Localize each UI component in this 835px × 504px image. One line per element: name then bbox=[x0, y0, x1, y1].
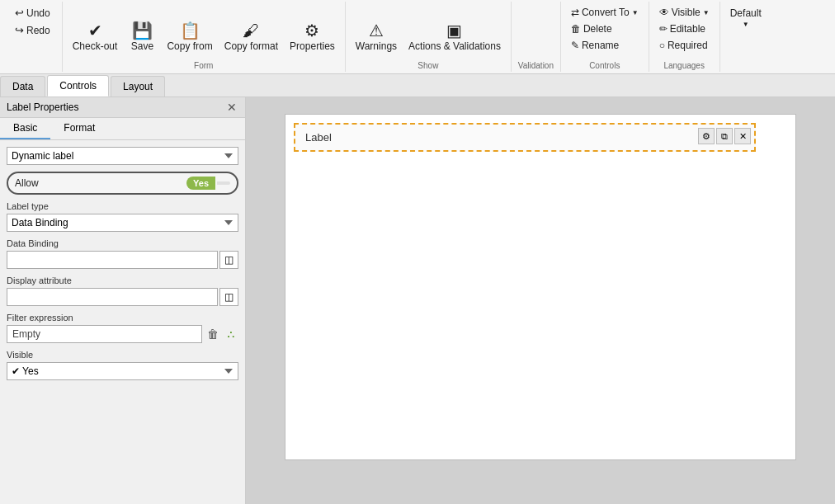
undo-button[interactable]: ↩ Undo bbox=[10, 5, 55, 21]
controls-group: ⇄ Convert To ▼ 🗑 Delete ✎ Rename Control… bbox=[561, 2, 649, 72]
default-button[interactable]: Default ▼ bbox=[725, 5, 767, 31]
properties-button[interactable]: ⚙ Properties bbox=[285, 20, 340, 54]
label-type-select[interactable]: Data Binding bbox=[7, 214, 238, 232]
label-controls: ⚙ ⧉ ✕ bbox=[698, 128, 751, 144]
display-attribute-label: Display attribute bbox=[7, 276, 238, 285]
required-icon: ○ bbox=[659, 40, 665, 51]
default-arrow-icon: ▼ bbox=[743, 21, 749, 28]
convert-icon: ⇄ bbox=[571, 7, 579, 18]
filter-expression-field: Filter expression Empty 🗑 ⛬ bbox=[7, 313, 238, 343]
main-tab-bar: Data Controls Layout bbox=[0, 74, 835, 97]
visible-label: Visible bbox=[7, 350, 238, 360]
delete-button[interactable]: 🗑 Delete bbox=[566, 21, 644, 36]
editable-icon: ✏ bbox=[659, 23, 668, 35]
visible-icon: 👁 bbox=[659, 7, 669, 18]
show-group-label: Show bbox=[346, 61, 511, 70]
panel-content: Dynamic label Allow Yes Label type Data … bbox=[0, 140, 245, 504]
canvas-label-text: Label bbox=[305, 131, 332, 144]
warnings-icon: ⚠ bbox=[369, 22, 384, 39]
panel-tabs: Basic Format bbox=[0, 118, 245, 140]
languages-group: 👁 Visible ▼ ✏ Editable ○ Required Langua… bbox=[649, 2, 720, 72]
copy-format-button[interactable]: 🖌 Copy format bbox=[219, 20, 283, 54]
copy-from-button[interactable]: 📋 Copy from bbox=[162, 20, 217, 54]
display-attribute-browse-button[interactable]: ◫ bbox=[219, 288, 238, 306]
undo-icon: ↩ bbox=[15, 7, 24, 19]
form-buttons: ✔ Check-out 💾 Save 📋 Copy from 🖌 Copy fo… bbox=[68, 5, 340, 68]
label-copy-button[interactable]: ⧉ bbox=[716, 128, 733, 144]
controls-col: ⇄ Convert To ▼ 🗑 Delete ✎ Rename bbox=[566, 5, 644, 53]
filter-delete-button[interactable]: 🗑 bbox=[205, 326, 220, 342]
redo-icon: ↪ bbox=[15, 24, 24, 36]
visible-select[interactable]: ✔ Yes No bbox=[7, 362, 238, 380]
display-attribute-field: Display attribute ◫ bbox=[7, 276, 238, 306]
toolbar: ↩ Undo ↪ Redo ✔ Check-out 💾 Save 📋 Copy … bbox=[0, 0, 835, 74]
allow-no-option[interactable] bbox=[217, 181, 230, 185]
data-binding-field: Data Binding ◫ bbox=[7, 238, 238, 269]
panel-header: Label Properties ✕ bbox=[0, 97, 245, 118]
default-group: Default ▼ bbox=[720, 2, 771, 72]
data-binding-input[interactable] bbox=[7, 251, 218, 269]
canvas-area: Label ⚙ ⧉ ✕ bbox=[246, 97, 835, 504]
visible-button[interactable]: 👁 Visible ▼ bbox=[654, 5, 715, 20]
filter-expression-label: Filter expression bbox=[7, 313, 238, 323]
checkout-button[interactable]: ✔ Check-out bbox=[68, 20, 123, 54]
rename-icon: ✎ bbox=[571, 40, 579, 51]
editable-button[interactable]: ✏ Editable bbox=[654, 21, 715, 36]
canvas-paper: Label ⚙ ⧉ ✕ bbox=[285, 114, 796, 460]
controls-group-label: Controls bbox=[561, 61, 649, 70]
filter-empty-display: Empty bbox=[7, 325, 202, 343]
dynamic-label-field: Dynamic label bbox=[7, 147, 238, 165]
label-type-label: Label type bbox=[7, 201, 238, 211]
actions-validations-button[interactable]: ▣ Actions & Validations bbox=[403, 20, 506, 54]
label-delete-button[interactable]: ✕ bbox=[734, 128, 751, 144]
allow-label: Allow bbox=[15, 177, 39, 189]
show-buttons: ⚠ Warnings ▣ Actions & Validations bbox=[351, 5, 506, 68]
copy-format-icon: 🖌 bbox=[243, 22, 259, 39]
required-button[interactable]: ○ Required bbox=[654, 38, 715, 53]
undo-redo-group: ↩ Undo ↪ Redo bbox=[3, 2, 63, 72]
label-type-field: Label type Data Binding bbox=[7, 201, 238, 232]
form-group-label: Form bbox=[63, 61, 345, 70]
main-layout: Label Properties ✕ Basic Format Dynamic … bbox=[0, 97, 835, 504]
delete-icon: 🗑 bbox=[571, 23, 581, 35]
rename-button[interactable]: ✎ Rename bbox=[566, 38, 644, 53]
visible-field: Visible ✔ Yes No bbox=[7, 350, 238, 380]
allow-toggle[interactable]: Yes bbox=[186, 177, 230, 190]
allow-yes-option[interactable]: Yes bbox=[186, 177, 215, 190]
redo-button[interactable]: ↪ Redo bbox=[10, 22, 55, 38]
allow-row: Allow Yes bbox=[7, 172, 238, 195]
dynamic-label-select[interactable]: Dynamic label bbox=[7, 147, 238, 165]
panel-tab-format[interactable]: Format bbox=[50, 118, 108, 139]
validation-group-label: Validation bbox=[512, 61, 560, 70]
panel-close-button[interactable]: ✕ bbox=[225, 101, 238, 114]
convert-to-button[interactable]: ⇄ Convert To ▼ bbox=[566, 5, 644, 20]
tab-data[interactable]: Data bbox=[0, 76, 45, 97]
save-button[interactable]: 💾 Save bbox=[124, 20, 160, 54]
show-group: ⚠ Warnings ▣ Actions & Validations Show bbox=[346, 2, 512, 72]
filter-expression-row: Empty 🗑 ⛬ bbox=[7, 325, 238, 343]
save-icon: 💾 bbox=[132, 22, 153, 39]
panel-tab-basic[interactable]: Basic bbox=[0, 118, 50, 139]
data-binding-input-row: ◫ bbox=[7, 251, 238, 269]
left-panel: Label Properties ✕ Basic Format Dynamic … bbox=[0, 97, 246, 504]
display-attribute-input[interactable] bbox=[7, 288, 218, 306]
convert-arrow-icon: ▼ bbox=[632, 9, 639, 16]
panel-title: Label Properties bbox=[7, 101, 78, 113]
visible-arrow-icon: ▼ bbox=[703, 9, 710, 16]
validation-group: Validation bbox=[512, 2, 561, 72]
data-binding-browse-button[interactable]: ◫ bbox=[219, 251, 238, 269]
copy-from-icon: 📋 bbox=[180, 22, 200, 39]
display-attribute-input-row: ◫ bbox=[7, 288, 238, 306]
actions-validations-icon: ▣ bbox=[446, 22, 462, 39]
languages-col: 👁 Visible ▼ ✏ Editable ○ Required bbox=[654, 5, 715, 53]
form-group: ✔ Check-out 💾 Save 📋 Copy from 🖌 Copy fo… bbox=[63, 2, 346, 72]
data-binding-label: Data Binding bbox=[7, 238, 238, 248]
label-settings-button[interactable]: ⚙ bbox=[698, 128, 715, 144]
tab-controls[interactable]: Controls bbox=[47, 75, 109, 97]
tab-layout[interactable]: Layout bbox=[111, 76, 165, 97]
filter-funnel-button[interactable]: ⛬ bbox=[224, 326, 238, 342]
checkout-icon: ✔ bbox=[88, 22, 102, 39]
warnings-button[interactable]: ⚠ Warnings bbox=[351, 20, 402, 54]
properties-icon: ⚙ bbox=[304, 22, 319, 39]
label-element[interactable]: Label ⚙ ⧉ ✕ bbox=[294, 123, 756, 152]
